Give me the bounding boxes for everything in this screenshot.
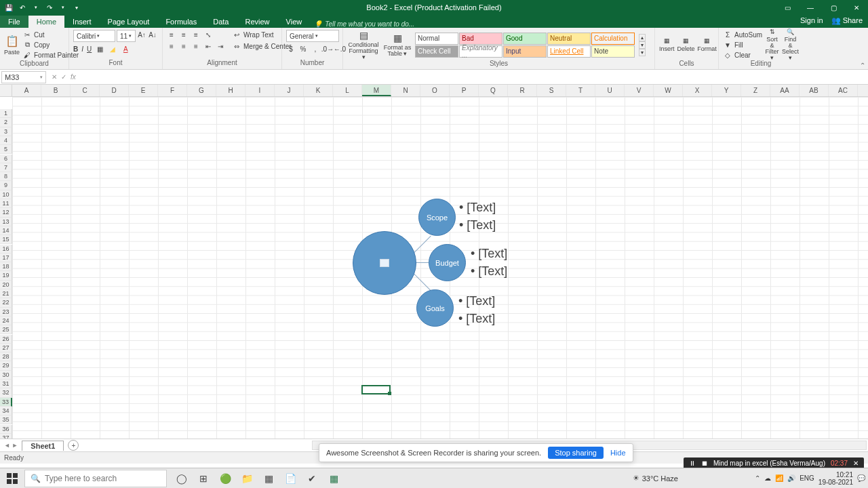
- row-header-2[interactable]: 2: [0, 118, 12, 127]
- style-note[interactable]: Note: [591, 45, 635, 58]
- col-header-G[interactable]: G: [187, 85, 216, 96]
- bullets-goals[interactable]: [Text][Text]: [458, 292, 495, 327]
- font-size-select[interactable]: 11▾: [117, 30, 136, 42]
- col-header-J[interactable]: J: [275, 85, 304, 96]
- chrome-icon[interactable]: 🟢: [216, 469, 235, 488]
- col-header-L[interactable]: L: [333, 85, 362, 96]
- row-header-21[interactable]: 21: [0, 289, 12, 298]
- enter-formula-icon[interactable]: ✓: [61, 73, 66, 81]
- col-header-A[interactable]: A: [12, 85, 41, 96]
- col-header-Z[interactable]: Z: [741, 85, 770, 96]
- system-tray[interactable]: ⌃ ☁ 📶 🔊 ENG 10:2119-08-2021 💬: [755, 471, 865, 486]
- node-goals[interactable]: Goals: [416, 289, 454, 327]
- insert-cells-button[interactable]: ▦Insert: [659, 30, 675, 60]
- style-scroll-up-icon[interactable]: ▴: [639, 34, 646, 41]
- app-icon-2[interactable]: 📄: [281, 469, 300, 488]
- tell-me-search[interactable]: 💡 Tell me what you want to do...: [314, 20, 414, 28]
- col-header-P[interactable]: P: [450, 85, 479, 96]
- tab-file[interactable]: File: [0, 16, 28, 28]
- formula-input[interactable]: [81, 71, 868, 83]
- bullets-budget[interactable]: [Text][Text]: [471, 245, 507, 280]
- inc-decimal-icon[interactable]: .0→: [323, 44, 332, 54]
- font-name-select[interactable]: Calibri▾: [73, 30, 115, 42]
- comma-icon[interactable]: ,: [311, 44, 320, 54]
- col-header-AC[interactable]: AC: [829, 85, 858, 96]
- cortana-icon[interactable]: ◯: [172, 469, 191, 488]
- align-middle-icon[interactable]: ≡: [179, 30, 189, 39]
- node-scope[interactable]: Scope: [418, 199, 456, 236]
- select-all-corner[interactable]: [0, 85, 12, 96]
- style-good[interactable]: Good: [503, 33, 547, 45]
- row-header-33[interactable]: 33: [0, 398, 12, 407]
- row-header-10[interactable]: 10: [0, 190, 12, 199]
- style-explanatory[interactable]: Explanatory ...: [459, 45, 502, 58]
- indent-inc-icon[interactable]: ⇥: [216, 41, 225, 51]
- save-icon[interactable]: 💾: [4, 3, 14, 12]
- row-header-28[interactable]: 28: [0, 352, 12, 361]
- tab-data[interactable]: Data: [205, 16, 237, 28]
- style-check-cell[interactable]: Check Cell: [415, 45, 458, 58]
- number-format-select[interactable]: General▾: [286, 30, 339, 42]
- fill-color-icon[interactable]: ◢: [108, 44, 117, 54]
- row-header-26[interactable]: 26: [0, 335, 12, 344]
- rec-close-icon[interactable]: ✕: [853, 460, 859, 467]
- row-header-4[interactable]: 4: [0, 136, 12, 145]
- col-header-C[interactable]: C: [71, 85, 100, 96]
- row-header-29[interactable]: 29: [0, 361, 12, 370]
- row-header-36[interactable]: 36: [0, 425, 12, 434]
- rec-pause-icon[interactable]: ⏸: [689, 460, 696, 467]
- file-explorer-icon[interactable]: 📁: [237, 469, 256, 488]
- row-header-30[interactable]: 30: [0, 371, 12, 380]
- name-box[interactable]: M33▾: [1, 71, 46, 83]
- align-top-icon[interactable]: ≡: [167, 30, 176, 39]
- orientation-icon[interactable]: ⤡: [203, 30, 213, 39]
- tray-notifications-icon[interactable]: 💬: [857, 474, 865, 482]
- col-header-O[interactable]: O: [420, 85, 450, 96]
- row-header-18[interactable]: 18: [0, 262, 12, 271]
- central-node[interactable]: [353, 231, 416, 295]
- row-header-9[interactable]: 9: [0, 181, 12, 190]
- sheet-tab-sheet1[interactable]: Sheet1: [22, 441, 64, 451]
- font-color-icon[interactable]: A: [121, 44, 130, 54]
- cell-styles-gallery[interactable]: Normal Bad Good Neutral Calculation Chec…: [415, 33, 635, 58]
- tray-cloud-icon[interactable]: ☁: [764, 474, 771, 482]
- conditional-formatting-button[interactable]: ▤ConditionalFormatting ▾: [347, 30, 380, 60]
- col-header-E[interactable]: E: [129, 85, 158, 96]
- undo-icon[interactable]: ↶: [18, 3, 27, 12]
- new-sheet-button[interactable]: +: [68, 440, 79, 451]
- row-header-22[interactable]: 22: [0, 298, 12, 307]
- tray-wifi-icon[interactable]: 📶: [775, 474, 783, 482]
- col-header-N[interactable]: N: [391, 85, 420, 96]
- italic-button[interactable]: I: [81, 45, 83, 53]
- style-scroll-down-icon[interactable]: ▾: [639, 41, 646, 49]
- sort-filter-button[interactable]: ⇅Sort &Filter ▾: [765, 30, 779, 60]
- align-bottom-icon[interactable]: ≡: [191, 30, 201, 39]
- redo-icon[interactable]: ↷: [45, 3, 54, 12]
- tray-volume-icon[interactable]: 🔊: [787, 474, 795, 482]
- percent-icon[interactable]: %: [298, 44, 308, 54]
- row-header-6[interactable]: 6: [0, 155, 12, 163]
- row-header-7[interactable]: 7: [0, 163, 12, 172]
- col-header-M[interactable]: M: [362, 85, 391, 96]
- tray-clock[interactable]: 10:2119-08-2021: [818, 471, 853, 486]
- cancel-formula-icon[interactable]: ✕: [52, 73, 57, 81]
- column-headers[interactable]: ABCDEFGHIJKLMNOPQRSTUVWXYZAAABAC: [0, 85, 868, 97]
- row-header-3[interactable]: 3: [0, 127, 12, 136]
- col-header-W[interactable]: W: [654, 85, 683, 96]
- col-header-AB[interactable]: AB: [800, 85, 829, 96]
- col-header-R[interactable]: R: [508, 85, 537, 96]
- align-right-icon[interactable]: ≡: [191, 41, 201, 51]
- row-header-32[interactable]: 32: [0, 388, 12, 397]
- align-center-icon[interactable]: ≡: [179, 41, 189, 51]
- indent-dec-icon[interactable]: ⇤: [203, 41, 213, 51]
- share-button[interactable]: 👥Share: [831, 16, 863, 25]
- col-header-T[interactable]: T: [566, 85, 595, 96]
- taskbar-search[interactable]: 🔍 Type here to search: [24, 470, 167, 487]
- style-bad[interactable]: Bad: [459, 33, 502, 45]
- row-header-24[interactable]: 24: [0, 317, 12, 325]
- weather-widget[interactable]: ☀ 33°C Haze: [633, 474, 678, 483]
- col-header-I[interactable]: I: [245, 85, 275, 96]
- style-calculation[interactable]: Calculation: [591, 33, 635, 45]
- clear-button[interactable]: ◇Clear: [723, 50, 762, 60]
- row-header-34[interactable]: 34: [0, 407, 12, 415]
